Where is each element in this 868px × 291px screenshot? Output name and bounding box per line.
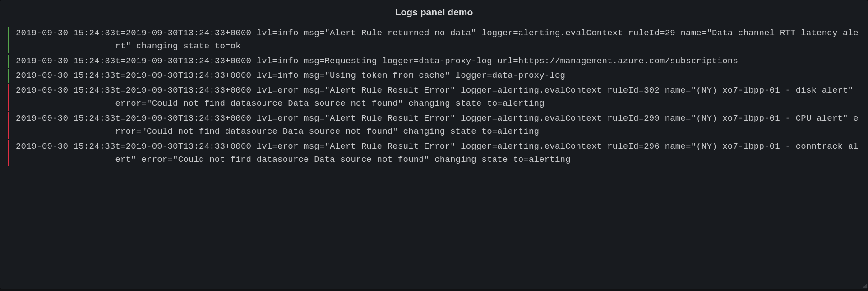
log-message: t=2019-09-30T13:24:33+0000 lvl=eror msg=… (115, 140, 862, 167)
log-row[interactable]: 2019-09-30 15:24:33 t=2019-09-30T13:24:3… (8, 84, 862, 111)
log-message: t=2019-09-30T13:24:33+0000 lvl=eror msg=… (115, 84, 862, 111)
log-row[interactable]: 2019-09-30 15:24:33 t=2019-09-30T13:24:3… (8, 27, 862, 53)
logs-panel: Logs panel demo 2019-09-30 15:24:33 t=20… (0, 0, 868, 289)
log-list: 2019-09-30 15:24:33 t=2019-09-30T13:24:3… (0, 24, 868, 166)
log-message: t=2019-09-30T13:24:33+0000 lvl=info msg=… (115, 27, 862, 53)
log-row[interactable]: 2019-09-30 15:24:33 t=2019-09-30T13:24:3… (8, 112, 862, 139)
log-message: t=2019-09-30T13:24:33+0000 lvl=info msg=… (115, 55, 862, 68)
resize-handle-icon[interactable] (863, 284, 867, 288)
log-level-bar-error (8, 84, 9, 111)
log-level-bar-info (8, 55, 9, 68)
log-level-bar-error (8, 112, 9, 139)
log-level-bar-info (8, 27, 9, 53)
log-level-bar-error (8, 140, 9, 167)
log-message: t=2019-09-30T13:24:33+0000 lvl=info msg=… (115, 69, 862, 82)
log-timestamp: 2019-09-30 15:24:33 (16, 140, 115, 153)
panel-title: Logs panel demo (0, 1, 868, 24)
log-level-bar-info (8, 69, 9, 82)
log-row[interactable]: 2019-09-30 15:24:33 t=2019-09-30T13:24:3… (8, 69, 862, 82)
log-row[interactable]: 2019-09-30 15:24:33 t=2019-09-30T13:24:3… (8, 55, 862, 68)
log-timestamp: 2019-09-30 15:24:33 (16, 84, 115, 97)
log-timestamp: 2019-09-30 15:24:33 (16, 27, 115, 40)
log-row[interactable]: 2019-09-30 15:24:33 t=2019-09-30T13:24:3… (8, 140, 862, 167)
log-timestamp: 2019-09-30 15:24:33 (16, 55, 115, 68)
log-timestamp: 2019-09-30 15:24:33 (16, 69, 115, 82)
log-timestamp: 2019-09-30 15:24:33 (16, 112, 115, 125)
log-message: t=2019-09-30T13:24:33+0000 lvl=eror msg=… (115, 112, 862, 139)
